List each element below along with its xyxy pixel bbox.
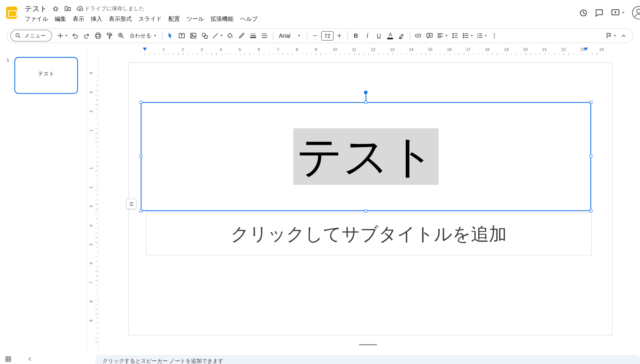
caret-down-icon — [470, 34, 474, 38]
ruler-number: 1 — [89, 129, 93, 131]
redo-button[interactable] — [81, 30, 93, 42]
slide-canvas[interactable]: テスト クリックしてサブタイトルを追加 — [128, 62, 612, 335]
highlighter-icon — [398, 32, 405, 39]
text-color-button[interactable]: A — [385, 30, 396, 42]
ruler-number: 4 — [220, 47, 222, 51]
save-status[interactable]: ドライブに保存しました — [77, 5, 144, 12]
zoom-fit-button[interactable]: 合わせる — [127, 30, 159, 42]
ruler-number: 2 — [89, 110, 93, 113]
print-button[interactable] — [93, 30, 104, 42]
ruler-number: 7 — [89, 281, 93, 284]
font-family-select[interactable]: Arial — [276, 30, 304, 42]
ruler-number: 15 — [428, 47, 433, 51]
version-history-button[interactable] — [579, 8, 588, 17]
decrease-font-size-button[interactable] — [310, 30, 321, 42]
cursor-icon — [167, 32, 174, 39]
menu-item[interactable]: ヘルプ — [237, 14, 261, 24]
underline-button[interactable]: U — [373, 30, 385, 42]
border-weight-icon — [250, 32, 257, 39]
toolbar-separator — [307, 32, 307, 40]
pen-mode-button[interactable] — [604, 30, 618, 42]
insert-shape-button[interactable] — [199, 30, 211, 42]
bullet-list-button[interactable] — [461, 30, 474, 42]
speaker-notes-bar[interactable]: クリックするとスピーカー ノートを追加できます — [95, 355, 640, 364]
ruler-number: 2 — [182, 47, 184, 51]
vertical-ruler[interactable]: 4321123456789 — [87, 56, 99, 364]
account-avatar[interactable] — [632, 6, 640, 20]
subtitle-placeholder-box[interactable]: クリックしてサブタイトルを追加 — [146, 213, 592, 255]
search-menus-button[interactable]: メニュー — [10, 30, 52, 42]
add-comment-button[interactable] — [424, 30, 435, 42]
italic-button[interactable]: I — [362, 30, 373, 42]
line-spacing-button[interactable] — [450, 30, 461, 42]
resize-handle-nw[interactable] — [140, 101, 142, 104]
resize-handle-n[interactable] — [364, 101, 367, 104]
menu-item[interactable]: 表示 — [69, 14, 87, 24]
menu-item[interactable]: 表示形式 — [106, 14, 135, 24]
canvas[interactable]: テスト クリックしてサブタイトルを追加 — [99, 56, 640, 364]
slide-number: 1 — [7, 57, 10, 63]
more-options-button[interactable] — [489, 30, 500, 42]
text-box-button[interactable] — [176, 30, 188, 42]
present-button[interactable] — [611, 8, 625, 18]
ruler-number: 13 — [390, 47, 394, 51]
border-color-button[interactable] — [236, 30, 247, 42]
bold-button[interactable]: B — [350, 30, 361, 42]
resize-handle-sw[interactable] — [140, 210, 142, 212]
highlight-color-button[interactable] — [396, 30, 408, 42]
collapse-filmstrip-button[interactable] — [27, 356, 33, 363]
menu-item[interactable]: ファイル — [21, 14, 52, 24]
ruler-number: 1 — [163, 47, 165, 51]
caret-down-icon — [297, 34, 301, 38]
collapse-toolbar-button[interactable] — [618, 30, 629, 42]
resize-handle-ne[interactable] — [589, 101, 592, 104]
indent-marker-right[interactable] — [584, 48, 588, 51]
slide-thumbnail-1[interactable]: テスト — [14, 57, 78, 94]
fill-color-button[interactable] — [225, 30, 236, 42]
menu-item[interactable]: 拡張機能 — [207, 14, 237, 24]
resize-handle-w[interactable] — [140, 155, 142, 158]
resize-handle-s[interactable] — [364, 210, 367, 212]
document-title[interactable]: テスト — [25, 4, 47, 14]
grid-view-button[interactable] — [5, 356, 12, 363]
insert-link-button[interactable] — [413, 30, 424, 42]
slide-title-text[interactable]: テスト — [293, 128, 438, 185]
zoom-button[interactable] — [116, 30, 127, 42]
ruler-number: 21 — [542, 47, 547, 51]
slides-logo-icon[interactable] — [6, 7, 17, 19]
add-comment-icon — [426, 32, 433, 39]
insert-line-button[interactable] — [211, 30, 224, 42]
text-fit-button[interactable] — [126, 199, 137, 209]
move-folder-button[interactable] — [64, 5, 71, 12]
notes-resize-handle[interactable] — [359, 344, 377, 345]
menu-item[interactable]: ツール — [183, 14, 207, 24]
menu-item[interactable]: 挿入 — [87, 14, 105, 24]
border-weight-button[interactable] — [248, 30, 259, 42]
indent-marker-left[interactable] — [142, 48, 147, 51]
new-slide-button[interactable] — [56, 30, 69, 42]
ruler-number: 6 — [89, 262, 93, 265]
ruler-number: 11 — [352, 47, 356, 51]
ruler-number: 4 — [89, 72, 93, 75]
font-size-input[interactable] — [321, 31, 333, 40]
horizontal-ruler[interactable]: 123456789101112131415161718192021222324 — [99, 46, 640, 56]
menu-item[interactable]: 編集 — [52, 14, 69, 24]
select-tool-button[interactable] — [165, 30, 176, 42]
align-button[interactable] — [436, 30, 449, 42]
resize-handle-se[interactable] — [589, 210, 592, 212]
undo-button[interactable] — [70, 30, 81, 42]
ruler-number: 8 — [296, 47, 298, 51]
menu-item[interactable]: スライド — [135, 14, 165, 24]
insert-image-button[interactable] — [188, 30, 199, 42]
ruler-number: 6 — [258, 47, 260, 51]
title-text-box[interactable]: テスト — [141, 102, 591, 211]
resize-handle-e[interactable] — [589, 155, 592, 158]
border-dash-button[interactable] — [259, 30, 271, 42]
menu-item[interactable]: 配置 — [165, 14, 183, 24]
increase-font-size-button[interactable] — [334, 30, 345, 42]
rotation-handle[interactable] — [364, 91, 368, 94]
paint-format-button[interactable] — [104, 30, 115, 42]
comments-button[interactable] — [595, 8, 604, 17]
numbered-list-button[interactable]: 123 — [475, 30, 489, 42]
star-button[interactable] — [52, 5, 59, 12]
